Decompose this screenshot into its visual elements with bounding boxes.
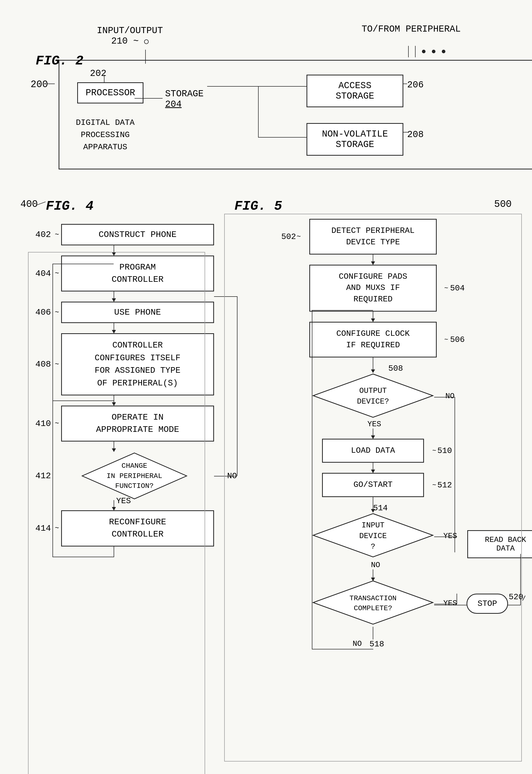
fig5-518-yes-h	[434, 604, 457, 604]
fig4-ref-410: 410	[31, 419, 51, 429]
fig4-box-404: PROGRAM CONTROLLER	[61, 256, 214, 291]
fig4-arrow-down-1	[114, 245, 114, 256]
fig5-518-loop-v	[312, 310, 312, 649]
fig2-outer-box: 202 PROCESSOR DIGITAL DATA PROCESSING AP…	[59, 60, 532, 169]
fig5-label: FIG. 5	[234, 199, 282, 214]
fig5-ref-arrow-512: ~	[432, 481, 436, 489]
fig5-ref-502: 502	[281, 232, 296, 241]
fig5-box-512: GO/START	[322, 473, 424, 497]
fig5-diamond-508-wrap: OUTPUT DEVICE? NO	[312, 373, 434, 420]
fig4-step-408-wrap: 408 ~ CONTROLLER CONFIGURES ITSELF FOR A…	[31, 333, 214, 395]
fig5-520-slash: /	[522, 595, 526, 603]
fig5-box-510: LOAD DATA	[322, 439, 424, 463]
fig4-arrow-404: ~	[55, 270, 59, 277]
fig5-stop-box: STOP	[467, 594, 508, 614]
fig4-step-402-wrap: 402 ~ CONSTRUCT PHONE	[31, 224, 214, 245]
fig2-to-access	[258, 86, 309, 87]
fig4-no-top-horiz	[214, 296, 237, 297]
fig4-arrow-408: ~	[55, 361, 59, 368]
fig4-ref-414: 414	[31, 524, 51, 533]
fig2-arrow-202	[104, 75, 104, 82]
fig5-box-504: CONFIGURE PADS AND MUXS IF REQUIRED	[309, 265, 437, 312]
fig4-label: FIG. 4	[46, 199, 94, 214]
fig5-arrow-yes-508	[373, 429, 373, 439]
fig5-ref-500: 500	[494, 199, 512, 210]
fig5-ref-506: 506	[450, 335, 465, 344]
fig4-flow: 402 ~ CONSTRUCT PHONE 404 ~ PR	[31, 224, 214, 557]
fig2-proc-storage-line	[135, 98, 163, 99]
fig4-ref-408: 408	[31, 359, 51, 369]
fig4-arrow-402: ~	[55, 231, 59, 239]
fig5-ref-arrow-502: ~	[297, 233, 301, 241]
fig5-ref-arrow-506: ~	[444, 336, 448, 343]
fig4-label-wrap: FIG. 4	[46, 199, 214, 214]
fig4-loop-top-connect	[52, 264, 114, 264]
fig5-arrow-508-wrap: 508	[373, 357, 373, 373]
fig2-arrow-200	[47, 84, 55, 84]
page: FIG. 2 INPUT/OUTPUT 210 ~ ◯ TO/FROM PERI…	[0, 0, 532, 774]
fig2-vert-right	[258, 86, 259, 137]
fig5-arrow-2	[373, 312, 373, 322]
fig5-514-yes-h1	[434, 537, 457, 537]
fig5-ref-504: 504	[450, 283, 465, 293]
fig5-step-504-wrap: CONFIGURE PADS AND MUXS IF REQUIRED 504 …	[309, 265, 437, 312]
fig4-arrow-down-5	[114, 442, 114, 452]
fig5-post-514-line	[373, 505, 373, 512]
fig4-loop-left-vert	[52, 264, 53, 557]
fig4-ref-400: 400	[20, 199, 38, 210]
fig5-step-506-wrap: CONFIGURE CLOCK IF REQUIRED 506 ~	[309, 322, 437, 357]
fig4-section: 400 FIG. 4 402 ~ CONSTRUCT PHONE	[20, 199, 214, 662]
fig2-io-label: INPUT/OUTPUT 210 ~ ◯	[97, 25, 163, 46]
fig5-diamond-514-text: INPUT DEVICE ?	[359, 520, 387, 552]
fig4-box-414: RECONFIGURE CONTROLLER	[61, 510, 214, 546]
fig5-508-yes-label: YES	[367, 420, 381, 429]
fig2-ref-208: 208	[407, 129, 424, 140]
fig5-header: FIG. 5 500	[234, 199, 512, 214]
fig4-step-406-wrap: 406 ~ USE PHONE	[31, 302, 214, 323]
fig2-access-storage-box: ACCESS STORAGE	[307, 75, 403, 107]
fig5-box-516: READ BACK DATA	[467, 530, 532, 558]
fig4-diamond-412: CHANGE IN PERIPHERAL FUNCTION? NO	[55, 452, 214, 500]
fig5-508-no-h1	[434, 397, 455, 397]
fig5-pre-508-line	[373, 357, 373, 365]
fig2-to-nonvol	[258, 137, 309, 138]
fig5-514-no-label: NO	[371, 561, 380, 569]
fig2-nonvol-storage-box: NON-VOLATILE STORAGE	[307, 123, 403, 156]
fig5-ref-512: 512	[437, 480, 452, 490]
fig5-diamond-514-wrap: INPUT DEVICE ? YES	[312, 512, 434, 559]
fig5-518-yes-label: YES	[443, 599, 457, 608]
fig4-diamond-412-text: CHANGE IN PERIPHERAL FUNCTION?	[101, 461, 168, 491]
fig5-ref-518: 518	[369, 639, 384, 649]
fig5-flow: DETECT PERIPHERAL DEVICE TYPE 502 ~ CONF…	[234, 219, 512, 662]
fig5-518-no-label-text: NO	[353, 639, 362, 649]
fig2-ref-206: 206	[407, 80, 424, 90]
fig5-ref-520: 520	[509, 592, 523, 602]
fig5-step-510-wrap: LOAD DATA 510 ~	[322, 439, 424, 463]
fig5-arrow-3	[373, 463, 373, 473]
fig4-arrow-414: ~	[55, 524, 59, 532]
fig5-box-502: DETECT PERIPHERAL DEVICE TYPE	[309, 219, 437, 255]
fig5-section: FIG. 5 500 DETECT PERIPHERAL DEVICE TYPE…	[234, 199, 512, 662]
fig2-ddpa-label: DIGITAL DATA PROCESSING APPARATUS	[67, 117, 143, 153]
fig5-step-502-wrap: DETECT PERIPHERAL DEVICE TYPE 502 ~	[309, 219, 437, 255]
fig5-ref-arrow-504: ~	[444, 284, 448, 292]
fig5-box-506: CONFIGURE CLOCK IF REQUIRED	[309, 322, 437, 357]
fig4-arrow-400	[36, 203, 36, 204]
fig5-yes-508-wrap: YES	[365, 420, 381, 439]
fig5-ref-510: 510	[437, 446, 452, 455]
fig5-diamond-508-text: OUTPUT DEVICE?	[357, 385, 389, 407]
fig2-peripheral-label: TO/FROM PERIPHERAL	[362, 23, 461, 36]
fig5-ref-508: 508	[388, 364, 403, 373]
fig5-518-loop-h	[312, 649, 373, 649]
fig4-arrow-yes	[114, 500, 114, 510]
fig5-diamond-518-text: TRANSACTION COMPLETE?	[350, 593, 397, 613]
fig4-arrow-406: ~	[55, 309, 59, 316]
fig5-508-no-label: NO	[445, 392, 455, 401]
fig4-box-406: USE PHONE	[61, 302, 214, 323]
fig4-loop-bottom	[31, 546, 214, 557]
fig4-diamond-412-wrap: 412 CHANGE IN PERIPHERAL FUNCTION? NO	[31, 452, 214, 500]
fig5-arrow-514-wrap: 514	[373, 497, 373, 512]
fig4-loop-return-top	[52, 401, 114, 401]
fig5-514-no-wrap: NO	[366, 559, 380, 581]
fig5-514-yes-label: YES	[443, 532, 457, 540]
